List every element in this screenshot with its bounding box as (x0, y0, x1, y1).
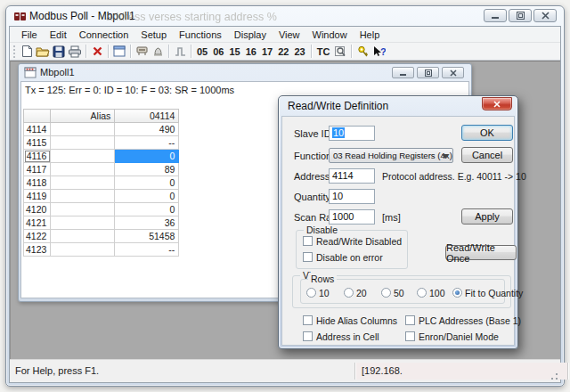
rows-50-label: 50 (394, 288, 404, 298)
scan-rate-input[interactable]: 1000 (329, 209, 375, 225)
function-15-button[interactable]: 15 (227, 46, 243, 57)
menu-view[interactable]: View (273, 28, 306, 42)
child-minimize-button[interactable] (392, 67, 414, 78)
ok-button[interactable]: OK (461, 125, 513, 141)
alias-cell[interactable] (51, 216, 115, 230)
function-17-button[interactable]: 17 (259, 46, 275, 57)
row-address[interactable]: 4116 (24, 150, 51, 163)
rows-100-radio[interactable] (417, 288, 427, 298)
connection-setup-button[interactable] (134, 44, 150, 60)
menu-file[interactable]: File (15, 28, 44, 42)
device-icon (135, 45, 149, 57)
new-window-button[interactable] (111, 44, 127, 60)
value-cell[interactable]: 36 (115, 216, 179, 230)
menu-window[interactable]: Window (306, 28, 354, 42)
alias-cell[interactable] (51, 190, 115, 203)
menu-help[interactable]: Help (354, 28, 387, 42)
alias-cell[interactable] (51, 203, 115, 216)
value-cell[interactable]: 0 (115, 176, 179, 190)
menu-connection[interactable]: Connection (73, 28, 135, 42)
slave-id-input[interactable]: 10 (329, 126, 375, 141)
function-16-button[interactable]: 16 (243, 46, 259, 57)
row-address[interactable]: 4119 (24, 190, 51, 203)
alias-cell[interactable] (51, 176, 115, 190)
single-poll-button[interactable] (172, 44, 188, 60)
alias-cell[interactable] (51, 123, 115, 136)
rows-10-radio[interactable] (306, 288, 316, 298)
cancel-button[interactable]: Cancel (461, 147, 513, 163)
row-address[interactable]: 4123 (24, 243, 51, 257)
alias-cell[interactable] (51, 243, 115, 257)
resize-grip[interactable] (548, 370, 559, 381)
about-button[interactable] (354, 44, 370, 60)
alias-cell[interactable] (51, 136, 115, 150)
dialog-close-button[interactable] (482, 97, 512, 110)
menu-setup[interactable]: Setup (134, 28, 173, 42)
row-address[interactable]: 4121 (24, 216, 51, 230)
row-address[interactable]: 4115 (24, 136, 51, 150)
row-address[interactable]: 4122 (24, 230, 51, 243)
value-cell[interactable]: 0 (115, 190, 179, 203)
menu-functions[interactable]: Functions (173, 28, 228, 42)
close-icon (542, 12, 550, 20)
enron-daniel-mode-checkbox[interactable] (405, 331, 415, 341)
disable-on-error-checkbox[interactable] (303, 252, 313, 262)
minimize-button[interactable] (484, 9, 507, 22)
test-center-button[interactable]: TC (314, 46, 333, 57)
save-button[interactable] (51, 44, 67, 60)
apply-button[interactable]: Apply (461, 208, 513, 225)
row-address[interactable]: 4114 (24, 123, 51, 136)
value-cell[interactable]: 89 (115, 163, 179, 176)
quantity-input[interactable]: 10 (329, 189, 375, 204)
read-write-definition-dialog[interactable]: Read/Write Definition Slave ID: 10 OK Fu… (278, 95, 518, 349)
child-maximize-button[interactable] (417, 67, 439, 78)
function-select[interactable]: 03 Read Holding Registers (4x) (329, 148, 453, 163)
rows-20-label: 20 (356, 288, 367, 298)
read-write-disabled-checkbox[interactable] (303, 236, 313, 246)
open-file-button[interactable] (35, 44, 51, 60)
selected-value-cell[interactable]: 0 (115, 150, 179, 163)
function-06-button[interactable]: 06 (210, 46, 226, 57)
communication-traffic-button[interactable] (332, 44, 348, 60)
maximize-button[interactable] (509, 9, 532, 22)
table-row: 41180 (24, 176, 179, 190)
read-write-once-button[interactable]: Read/Write Once (445, 245, 517, 260)
alias-cell[interactable] (51, 230, 115, 243)
alias-cell[interactable] (51, 163, 115, 176)
rows-20-radio[interactable] (344, 288, 354, 298)
function-05-button[interactable]: 05 (194, 46, 210, 57)
fit-to-quantity-radio[interactable] (452, 288, 462, 298)
child-close-button[interactable] (442, 67, 464, 78)
function-22-button[interactable]: 22 (275, 46, 291, 57)
close-button[interactable] (533, 9, 557, 22)
communication-button[interactable] (150, 44, 166, 60)
function-23-button[interactable]: 23 (292, 46, 308, 57)
hide-alias-columns-checkbox[interactable] (303, 315, 313, 325)
value-cell[interactable]: -- (115, 136, 179, 150)
row-address[interactable]: 4117 (24, 163, 51, 176)
context-help-button[interactable]: ? (370, 44, 387, 60)
value-cell[interactable]: 0 (115, 203, 179, 216)
address-in-cell-checkbox[interactable] (303, 331, 313, 341)
menu-edit[interactable]: Edit (44, 28, 73, 42)
new-icon (21, 45, 33, 58)
menu-display[interactable]: Display (228, 28, 273, 42)
rows-50-radio[interactable] (381, 288, 391, 298)
value-cell[interactable]: 51458 (115, 230, 179, 243)
print-button[interactable] (67, 44, 83, 60)
address-input[interactable]: 4114 (329, 168, 375, 184)
value-cell[interactable]: 490 (115, 123, 179, 136)
plc-addresses-checkbox[interactable] (405, 315, 415, 325)
row-address[interactable]: 4120 (24, 203, 51, 216)
cancel-icon (93, 46, 102, 56)
minimize-icon (492, 12, 499, 19)
cancel-poll-button[interactable] (89, 44, 105, 60)
row-address[interactable]: 4118 (24, 176, 51, 190)
new-file-button[interactable] (19, 44, 35, 60)
title-bar[interactable]: Modbus Poll - Mbpoll1 address verses sta… (6, 6, 564, 26)
value-cell[interactable]: -- (115, 243, 179, 257)
table-row: 4123-- (24, 243, 179, 257)
poll-window-titlebar[interactable]: Mbpoll1 (19, 64, 471, 81)
window-client-area: File Edit Connection Setup Functions Dis… (9, 26, 561, 383)
alias-cell[interactable] (51, 150, 115, 163)
